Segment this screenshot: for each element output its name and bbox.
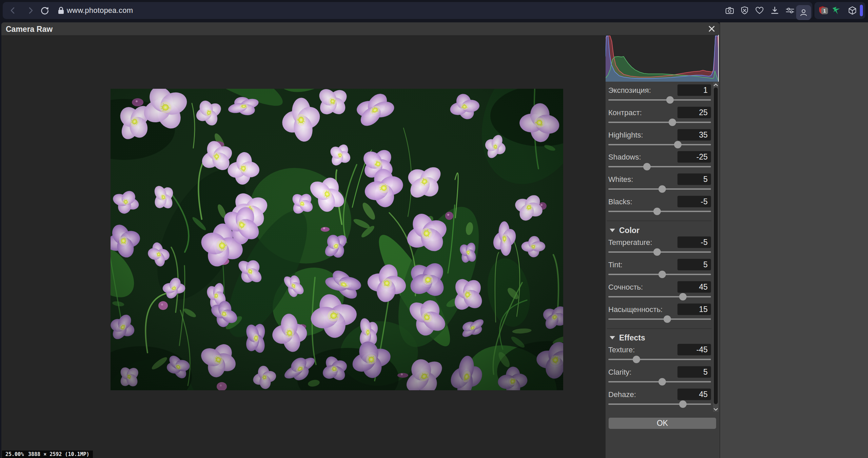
slider-label: Highlights: <box>608 131 643 140</box>
toolbar-extensions-group: 1 <box>814 2 865 19</box>
scroll-up-icon[interactable] <box>713 83 718 87</box>
slider-label: Blacks: <box>608 197 632 206</box>
slider-row: Texture:-45 <box>608 344 711 364</box>
dialog-titlebar: Camera Raw <box>1 22 719 35</box>
slider-row: Tint:5 <box>608 259 711 279</box>
slider-thumb[interactable] <box>653 208 661 215</box>
slider-thumb[interactable] <box>658 185 666 193</box>
slider-track[interactable] <box>608 99 711 101</box>
tracking-prevention-shield-icon[interactable] <box>739 5 750 16</box>
close-icon <box>708 25 715 33</box>
extension-badge: 1 <box>821 7 828 14</box>
forward-icon[interactable] <box>25 5 36 16</box>
photo-preview <box>111 89 563 390</box>
slider-thumb[interactable] <box>664 315 671 323</box>
slider-value-input[interactable]: -5 <box>677 196 711 207</box>
panel-scrollbar[interactable] <box>713 82 718 412</box>
slider-label: Texture: <box>608 346 635 354</box>
favorites-heart-icon[interactable] <box>754 5 765 16</box>
section-divider <box>607 328 711 329</box>
settings-tune-icon[interactable] <box>785 5 795 16</box>
slider-row: Temperature:-5 <box>608 236 711 257</box>
slider-label: Temperature: <box>608 238 652 247</box>
scroll-down-icon[interactable] <box>713 407 718 412</box>
slider-value-input[interactable]: 35 <box>677 129 711 141</box>
slider-track[interactable] <box>608 403 711 405</box>
chevron-down-icon <box>610 336 615 339</box>
slider-row: Blacks:-5 <box>608 196 711 216</box>
section-header-color[interactable]: Color <box>610 226 639 235</box>
slider-row: Сочность:45 <box>608 281 711 301</box>
reload-icon[interactable] <box>39 5 50 16</box>
scrollbar-thumb[interactable] <box>714 87 718 404</box>
ok-button[interactable]: OK <box>609 418 716 429</box>
slider-thumb[interactable] <box>653 248 661 256</box>
slider-track[interactable] <box>608 318 711 320</box>
downloads-icon[interactable] <box>769 5 780 16</box>
slider-row: Shadows:-25 <box>608 151 711 171</box>
slider-value-input[interactable]: -45 <box>677 344 711 355</box>
profile-button[interactable] <box>796 5 811 20</box>
slider-value-input[interactable]: 5 <box>677 173 711 185</box>
url-text[interactable]: www.photopea.com <box>67 2 133 19</box>
slider-thumb[interactable] <box>669 119 676 126</box>
slider-thumb[interactable] <box>679 400 687 408</box>
slider-value-input[interactable]: 5 <box>677 259 711 270</box>
slider-track[interactable] <box>608 359 711 360</box>
slider-value-input[interactable]: 45 <box>677 389 711 400</box>
slider-value-input[interactable]: -25 <box>677 151 711 163</box>
toolbar-main-group: www.photopea.com <box>3 2 812 19</box>
slider-thumb[interactable] <box>633 356 640 363</box>
browser-toolbar: www.photopea.com <box>0 0 868 21</box>
slider-thumb[interactable] <box>679 293 687 300</box>
slider-label: Насыщенность: <box>608 305 663 314</box>
slider-thumb[interactable] <box>658 271 666 278</box>
slider-thumb[interactable] <box>666 96 674 104</box>
section-header-label: Effects <box>619 333 645 342</box>
slider-value-input[interactable]: -5 <box>677 236 711 248</box>
screen: www.photopea.com <box>0 0 868 458</box>
slider-row: Whites:5 <box>608 173 711 194</box>
slider-row: Dehaze:45 <box>608 389 711 409</box>
status-dimensions: 3888 × 2592 (10.1MP) <box>25 451 93 458</box>
slider-label: Shadows: <box>608 153 641 162</box>
pinned-extension-pill[interactable] <box>860 5 863 16</box>
status-zoom: 25.00% <box>2 451 27 458</box>
bird-extension-icon[interactable] <box>831 5 842 16</box>
slider-label: Сочность: <box>608 283 643 292</box>
screenshot-camera-icon[interactable] <box>724 5 735 16</box>
settings-panel: Экспозиция:1Контраст:25Highlights:35Shad… <box>606 35 719 458</box>
lock-icon <box>56 5 66 16</box>
slider-label: Контраст: <box>608 108 642 117</box>
slider-value-input[interactable]: 25 <box>677 107 711 118</box>
person-icon <box>799 8 808 17</box>
slider-label: Tint: <box>608 261 623 269</box>
slider-thumb[interactable] <box>674 141 682 148</box>
section-header-label: Color <box>619 226 639 235</box>
slider-value-input[interactable]: 1 <box>677 84 711 96</box>
back-icon[interactable] <box>7 5 18 16</box>
slider-thumb[interactable] <box>643 163 651 170</box>
slider-thumb[interactable] <box>658 378 666 386</box>
slider-row: Насыщенность:15 <box>608 304 711 324</box>
section-divider <box>607 221 711 221</box>
slider-value-input[interactable]: 45 <box>677 281 711 293</box>
slider-track[interactable] <box>608 122 711 123</box>
app-backdrop <box>719 22 868 458</box>
cube-extension-icon[interactable] <box>847 5 858 16</box>
dialog-title: Camera Raw <box>6 25 53 34</box>
section-header-effects[interactable]: Effects <box>610 333 645 342</box>
slider-row: Clarity:5 <box>608 366 711 387</box>
slider-value-input[interactable]: 15 <box>677 304 711 315</box>
slider-label: Dehaze: <box>608 390 636 399</box>
slider-row: Экспозиция:1 <box>608 84 711 105</box>
slider-row: Контраст:25 <box>608 107 711 127</box>
slider-track[interactable] <box>608 296 711 297</box>
slider-label: Whites: <box>608 175 633 184</box>
slider-track[interactable] <box>608 166 711 167</box>
slider-track[interactable] <box>608 144 711 145</box>
slider-label: Экспозиция: <box>608 86 651 95</box>
slider-value-input[interactable]: 5 <box>677 366 711 378</box>
close-button[interactable] <box>707 24 717 34</box>
chevron-down-icon <box>610 229 615 232</box>
